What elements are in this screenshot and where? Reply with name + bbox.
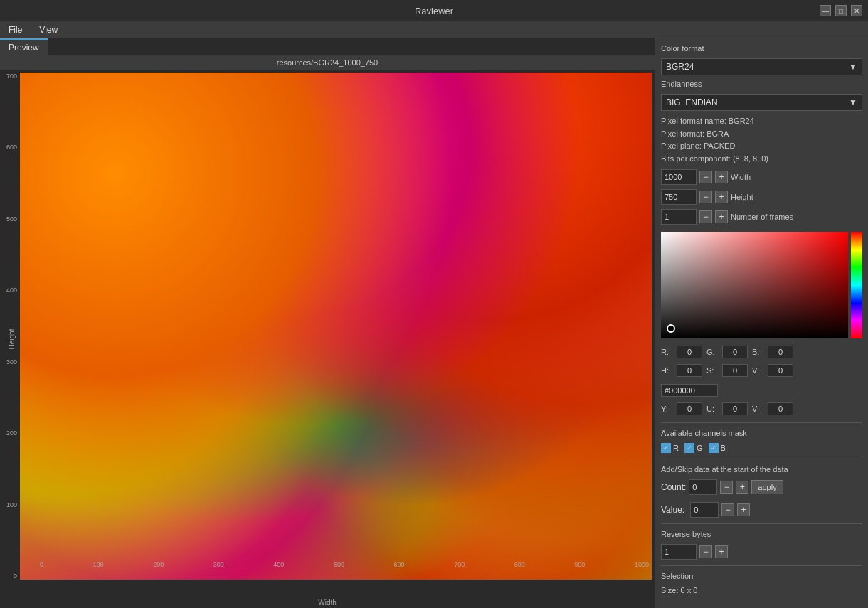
value-plus[interactable]: +	[737, 503, 750, 516]
height-row: − + Height	[661, 189, 862, 205]
x-tick-500: 500	[334, 561, 344, 568]
frames-row: − + Number of frames	[661, 209, 862, 225]
endian-dropdown[interactable]: BIG_ENDIAN ▼	[661, 94, 862, 111]
frames-plus[interactable]: +	[715, 210, 728, 223]
skip-data-label: Add/Skip data at the start of the data	[661, 465, 862, 474]
y-input[interactable]	[677, 402, 702, 415]
v-input[interactable]	[768, 364, 793, 377]
check-g-icon: ✓	[684, 443, 694, 453]
close-button[interactable]: ✕	[851, 5, 862, 16]
h-input[interactable]	[677, 364, 702, 377]
endian-arrow: ▼	[849, 97, 857, 107]
count-label: Count:	[661, 482, 686, 492]
pixel-info-line3: Pixel plane: PACKED	[661, 140, 862, 153]
frames-minus[interactable]: −	[699, 210, 712, 223]
x-tick-700: 700	[454, 561, 465, 568]
endian-label: Endianness	[661, 80, 862, 88]
channel-b[interactable]: ✓ B	[709, 443, 726, 453]
divider-3	[661, 523, 862, 524]
divider-1	[661, 422, 862, 423]
height-minus[interactable]: −	[699, 191, 712, 203]
color-format-dropdown[interactable]: BGR24 ▼	[661, 58, 862, 75]
width-plus[interactable]: +	[715, 171, 728, 183]
frames-input[interactable]	[661, 209, 697, 225]
channels-row: ✓ R ✓ G ✓ B	[661, 443, 862, 453]
divider-2	[661, 459, 862, 459]
r-input[interactable]	[677, 346, 702, 358]
y-ticks: 700 600 500 400 300 200 100 0	[0, 73, 20, 580]
maximize-button[interactable]: □	[835, 5, 847, 16]
channel-b-label: B	[721, 444, 726, 452]
file-menu[interactable]: File	[6, 23, 25, 36]
h-label: H:	[661, 366, 672, 375]
u-input[interactable]	[722, 402, 748, 415]
y-tick-600: 600	[0, 144, 20, 151]
height-plus[interactable]: +	[715, 191, 728, 203]
image-canvas[interactable]	[20, 73, 652, 580]
color-format-label: Color format	[661, 44, 862, 53]
title-bar-controls: — □ ✕	[820, 5, 862, 16]
y-tick-700: 700	[0, 73, 20, 80]
yuv-row: Y: U: V:	[661, 402, 862, 415]
preview-tab-bar: Preview	[0, 38, 655, 55]
x-tick-800: 800	[514, 561, 525, 568]
apply-button[interactable]: apply	[751, 480, 783, 494]
reverse-bytes-plus[interactable]: +	[715, 545, 728, 558]
channel-r-label: R	[673, 444, 679, 452]
v2-input[interactable]	[768, 402, 793, 415]
main-layout: Preview resources/BGR24_1000_750 Height …	[0, 38, 868, 608]
reverse-bytes-input[interactable]	[661, 544, 697, 560]
channel-g[interactable]: ✓ G	[684, 443, 703, 453]
file-path: resources/BGR24_1000_750	[0, 55, 655, 70]
balls-image	[20, 73, 652, 580]
x-tick-900: 900	[574, 561, 585, 568]
width-minus[interactable]: −	[699, 171, 712, 183]
v2-label: V:	[752, 405, 763, 413]
hex-input[interactable]	[661, 384, 718, 397]
pixel-info-line2: Pixel format: BGRA	[661, 128, 862, 141]
view-menu[interactable]: View	[36, 23, 60, 36]
x-axis-label: Width	[318, 599, 337, 607]
value-input[interactable]	[690, 502, 719, 518]
color-gradient[interactable]	[661, 232, 848, 338]
width-input[interactable]	[661, 169, 697, 185]
preview-content: resources/BGR24_1000_750 Height 700 600 …	[0, 55, 655, 608]
count-input[interactable]	[689, 479, 717, 495]
hex-row	[661, 384, 862, 397]
x-tick-200: 200	[153, 561, 164, 568]
x-tick-1000: 1000	[635, 561, 649, 568]
tab-preview[interactable]: Preview	[0, 38, 48, 55]
channel-r[interactable]: ✓ R	[661, 443, 679, 453]
g-label: G:	[706, 348, 718, 356]
hue-bar[interactable]	[851, 232, 862, 338]
value-minus[interactable]: −	[721, 503, 734, 516]
reverse-bytes-label: Reverse bytes	[661, 530, 862, 538]
b-input[interactable]	[768, 346, 793, 358]
height-input[interactable]	[661, 189, 697, 205]
y-tick-200: 200	[0, 430, 20, 437]
channel-g-label: G	[697, 444, 703, 452]
selection-size: Size: 0 x 0	[661, 586, 862, 594]
frames-label: Number of frames	[731, 213, 862, 221]
x-ticks: 0 100 200 300 400 500 600 700 800 900 10…	[40, 561, 649, 568]
color-picker-area[interactable]	[661, 232, 862, 338]
minimize-button[interactable]: —	[820, 5, 831, 16]
pixel-info: Pixel format name: BGR24 Pixel format: B…	[661, 115, 862, 165]
image-area: Height 700 600 500 400 300 200 100 0	[0, 70, 655, 608]
endian-value: BIG_ENDIAN	[666, 97, 718, 107]
x-tick-0: 0	[40, 561, 43, 568]
s-label: S:	[706, 366, 718, 375]
width-label: Width	[731, 173, 862, 181]
selection-label: Selection	[661, 572, 862, 580]
maximize-icon: □	[839, 7, 843, 15]
canvas-wrapper: 0 100 200 300 400 500 600 700 800 900 10…	[20, 73, 652, 580]
s-input[interactable]	[722, 364, 748, 377]
r-label: R:	[661, 348, 672, 356]
reverse-bytes-minus[interactable]: −	[699, 545, 712, 558]
count-minus[interactable]: −	[720, 481, 733, 494]
g-input[interactable]	[722, 346, 748, 358]
right-panel: Color format BGR24 ▼ Endianness BIG_ENDI…	[655, 38, 868, 608]
color-format-arrow: ▼	[849, 62, 857, 72]
count-plus[interactable]: +	[736, 481, 748, 494]
hsv-row: H: S: V:	[661, 364, 862, 377]
